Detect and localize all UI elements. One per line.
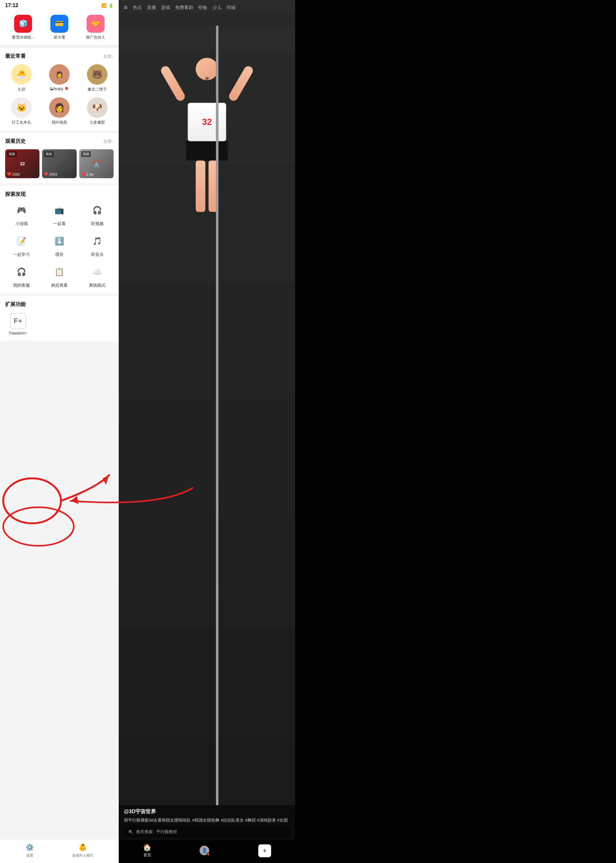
chevron-icon-history: › — [112, 139, 113, 144]
avatar-label-ybel: 豫北二愣子 — [88, 87, 107, 92]
video-search-bar[interactable]: 🔍 相关搜索 · 平行眼教程 — [124, 827, 290, 837]
explore-label-later: 稍后再看 — [51, 282, 68, 288]
video-thumb-1[interactable]: 视频 ❤️ 2582 32 — [5, 149, 39, 178]
avatar-label-dg: 打工丸本丸 — [12, 120, 31, 125]
avatar-jx: 🐣 — [11, 64, 32, 85]
app-item-ykt[interactable]: 💳 易卡通 — [45, 15, 74, 40]
settings-label: 设置 — [26, 853, 33, 858]
status-icons: 📶 🔋 — [101, 3, 113, 8]
music-icon: 🎵 — [89, 233, 105, 249]
watch-history-more[interactable]: 全部 › — [103, 139, 113, 145]
avatar-item-ybel[interactable]: 🐻 豫北二愣子 — [81, 64, 113, 92]
video-tag-2: 视频 — [44, 151, 53, 157]
tab-freedrama[interactable]: 免费看剧 — [175, 4, 193, 11]
avatar-dg: 🐱 — [11, 97, 32, 118]
audio-icon: 🎧 — [89, 202, 105, 218]
explore-save[interactable]: ⬇️ 缓存 — [43, 233, 76, 257]
avatar-item-hy[interactable]: 👩 我叫海燕 — [43, 97, 76, 125]
explore-watch[interactable]: 📺 一起看 — [43, 202, 76, 227]
explore-label-learn: 一起学习 — [13, 252, 30, 257]
notification-dot — [207, 853, 210, 856]
explore-header: 探索发现 — [5, 191, 113, 198]
right-bottom-nav: 🏠 首页 👤 + — [119, 840, 295, 863]
right-nav-profile[interactable]: 👤 — [200, 846, 210, 856]
tab-community[interactable]: 同城 — [226, 4, 236, 11]
explore-grid: 🎮 小游戏 📺 一起看 🎧 听视频 📝 一起学习 ⬇️ 缓存 🎵 听音乐 — [5, 202, 113, 288]
explore-label-watch: 一起看 — [53, 221, 66, 227]
explore-learn[interactable]: 📝 一起学习 — [5, 233, 38, 257]
search-icon: 🔍 — [128, 830, 134, 835]
service-icon: 🎧 — [14, 264, 30, 280]
video-tag-3: 视频 — [81, 151, 91, 157]
right-nav-home[interactable]: 🏠 首页 — [143, 843, 151, 858]
explore-service[interactable]: 🎧 我的客服 — [5, 264, 38, 288]
nav-tabs: 热点 直播 游戏 免费看剧 经验 少儿 同城 — [133, 4, 236, 11]
video-user: @3D宇宙世界 — [124, 808, 290, 815]
explore-offline[interactable]: ☁️ 离线模式 — [81, 264, 113, 288]
save-icon: ⬇️ — [51, 233, 68, 249]
avatar-hy: 👩 — [49, 97, 70, 118]
video-grid: 视频 ❤️ 2582 32 视频 ❤️ 2993 视频 ❤️ 1.4w ✂️ — [5, 149, 113, 178]
avatar-label-jx: 久训 — [18, 87, 25, 92]
avatar-item-dg[interactable]: 🐱 打工丸本丸 — [5, 97, 38, 125]
offline-icon: ☁️ — [89, 264, 105, 280]
avatar-label-finally: 🌤finally 🎈 — [49, 87, 69, 91]
video-desc: 用平行眼裸眼3d去看韩国女团啦啦队 #韩国女团热舞 #拉拉队美女 #舞蹈 #清纯… — [124, 817, 290, 824]
explore-label-game: 小游戏 — [16, 221, 28, 227]
explore-label-music: 听音乐 — [91, 252, 104, 257]
expand-title: 扩展功能 — [5, 301, 113, 308]
avatar-ybel: 🐻 — [87, 64, 107, 85]
recently-watched-title: 最近常看 — [5, 53, 26, 60]
explore-label-audio: 听视频 — [91, 221, 104, 227]
avatar-grid: 🐣 久训 👩 🌤 🌤finally 🎈 🐻 豫北二愣子 🐱 打工丸本丸 👩 — [5, 64, 113, 125]
watch-history-header: 观看历史 全部 › — [5, 138, 113, 145]
right-panel: ≡ 热点 直播 游戏 免费看剧 经验 少儿 同城 首先来看看普通2 🐻 — [119, 0, 295, 863]
avatar-item-sdfl[interactable]: 🐶 士多傻梨 — [81, 97, 113, 125]
nav-settings[interactable]: ⚙️ 设置 — [25, 843, 34, 858]
watch-icon: 📺 — [51, 202, 68, 218]
avatar-item-jx[interactable]: 🐣 久训 — [5, 64, 38, 92]
add-button[interactable]: + — [258, 844, 271, 857]
video-main: 首先来看看普通2 🐻 32 — [119, 0, 295, 863]
tab-exp[interactable]: 经验 — [198, 4, 207, 11]
explore-music[interactable]: 🎵 听音乐 — [81, 233, 113, 257]
freedom-button[interactable]: F+ Freedom+ — [5, 313, 31, 335]
app-icon-tgyhr: 🤝 — [86, 15, 105, 33]
avatar-label-sdfl: 士多傻梨 — [90, 120, 105, 125]
learn-icon: 📝 — [14, 233, 30, 249]
app-item-tgyhr[interactable]: 🤝 推广合伙人 — [81, 15, 110, 40]
app-item-mxbc[interactable]: 🧊 蜜雪冰城核... — [9, 15, 38, 40]
avatar-label-hy: 我叫海燕 — [52, 120, 67, 125]
app-label-ykt: 易卡通 — [53, 35, 65, 40]
tab-kids[interactable]: 少儿 — [212, 4, 222, 11]
watch-history-section: 观看历史 全部 › 视频 ❤️ 2582 32 视频 ❤️ 2993 视频 ❤️… — [0, 133, 119, 183]
nav-minor[interactable]: 👶 未成年人模式 — [72, 843, 93, 858]
settings-icon: ⚙️ — [25, 843, 34, 852]
explore-label-save: 缓存 — [55, 252, 63, 257]
recently-watched-header: 最近常看 全部 › — [5, 53, 113, 60]
status-bar: 17:12 📶 🔋 — [0, 0, 119, 11]
left-panel: 17:12 📶 🔋 🧊 蜜雪冰城核... 💳 易卡通 🤝 推广合伙人 最近常看 … — [0, 0, 119, 863]
minor-icon: 👶 — [78, 843, 87, 852]
app-icon-ykt: 💳 — [50, 15, 68, 33]
home-icon: 🏠 — [143, 843, 151, 852]
explore-audio[interactable]: 🎧 听视频 — [81, 202, 113, 227]
video-tag-1: 视频 — [7, 151, 17, 157]
explore-game[interactable]: 🎮 小游戏 — [5, 202, 38, 227]
tab-hot[interactable]: 热点 — [133, 4, 142, 11]
tab-live[interactable]: 直播 — [147, 4, 156, 11]
recently-watched-more[interactable]: 全部 › — [103, 54, 113, 60]
tab-game[interactable]: 游戏 — [161, 4, 170, 11]
video-like-2: ❤️ 2993 — [44, 172, 57, 176]
explore-later[interactable]: 📋 稍后再看 — [43, 264, 76, 288]
explore-title: 探索发现 — [5, 191, 26, 198]
app-icon-mxbc: 🧊 — [14, 15, 32, 33]
home-label: 首页 — [143, 852, 151, 858]
avatar-item-finally[interactable]: 👩 🌤 🌤finally 🎈 — [43, 64, 76, 92]
menu-icon[interactable]: ≡ — [124, 4, 128, 11]
video-thumb-2[interactable]: 视频 ❤️ 2993 — [42, 149, 76, 178]
top-apps-row: 🧊 蜜雪冰城核... 💳 易卡通 🤝 推广合伙人 — [0, 11, 119, 48]
minor-label: 未成年人模式 — [72, 853, 93, 858]
video-thumb-3[interactable]: 视频 ❤️ 1.4w ✂️ — [79, 149, 113, 178]
later-icon: 📋 — [51, 264, 68, 280]
